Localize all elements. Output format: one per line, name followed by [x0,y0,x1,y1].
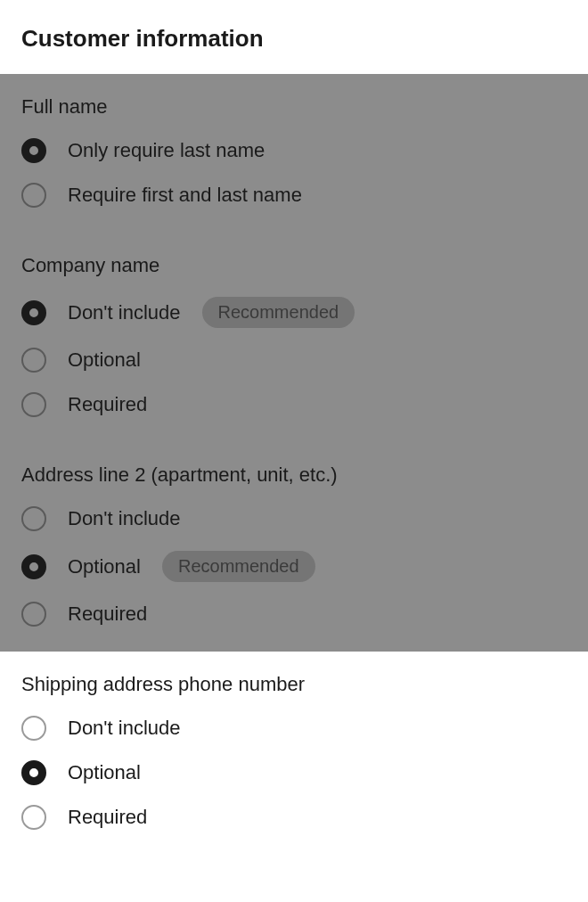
recommended-badge: Recommended [202,297,355,328]
radio-phone-optional[interactable]: Optional [21,760,567,785]
radio-label: Required [68,603,147,626]
radio-label: Don't include [68,717,181,740]
radio-company-optional[interactable]: Optional [21,348,567,373]
radio-label: Required [68,806,147,829]
radio-label: Optional [68,348,141,372]
radio-label: Optional [68,761,141,784]
section-company-name: Company name Don't include Recommended O… [0,233,588,442]
radio-icon [21,506,46,531]
radio-icon [21,300,46,325]
full-name-label: Full name [21,95,567,119]
company-name-label: Company name [21,254,567,277]
radio-label: Only require last name [68,139,265,162]
shipping-phone-label: Shipping address phone number [21,673,567,696]
radio-only-last-name[interactable]: Only require last name [21,138,567,163]
radio-phone-required[interactable]: Required [21,805,567,830]
radio-label: Require first and last name [68,184,302,207]
radio-first-and-last-name[interactable]: Require first and last name [21,183,567,208]
radio-icon [21,138,46,163]
radio-label: Required [68,393,147,416]
radio-address2-optional[interactable]: Optional Recommended [21,551,567,582]
radio-label: Optional [68,555,141,578]
recommended-badge: Recommended [162,551,315,582]
radio-company-dont-include[interactable]: Don't include Recommended [21,297,567,328]
radio-company-required[interactable]: Required [21,392,567,417]
address-line-2-label: Address line 2 (apartment, unit, etc.) [21,463,567,487]
section-address-line-2: Address line 2 (apartment, unit, etc.) D… [0,442,588,652]
radio-label: Don't include [68,301,181,324]
section-shipping-phone: Shipping address phone number Don't incl… [0,652,588,855]
radio-address2-required[interactable]: Required [21,602,567,627]
radio-icon [21,348,46,373]
radio-icon [21,716,46,741]
radio-address2-dont-include[interactable]: Don't include [21,506,567,531]
radio-label: Don't include [68,507,181,530]
page-header: Customer information [0,0,588,74]
page-title: Customer information [21,25,567,53]
radio-icon [21,760,46,785]
radio-icon [21,602,46,627]
section-full-name: Full name Only require last name Require… [0,74,588,233]
radio-icon [21,805,46,830]
radio-icon [21,392,46,417]
radio-icon [21,554,46,579]
radio-icon [21,183,46,208]
radio-phone-dont-include[interactable]: Don't include [21,716,567,741]
